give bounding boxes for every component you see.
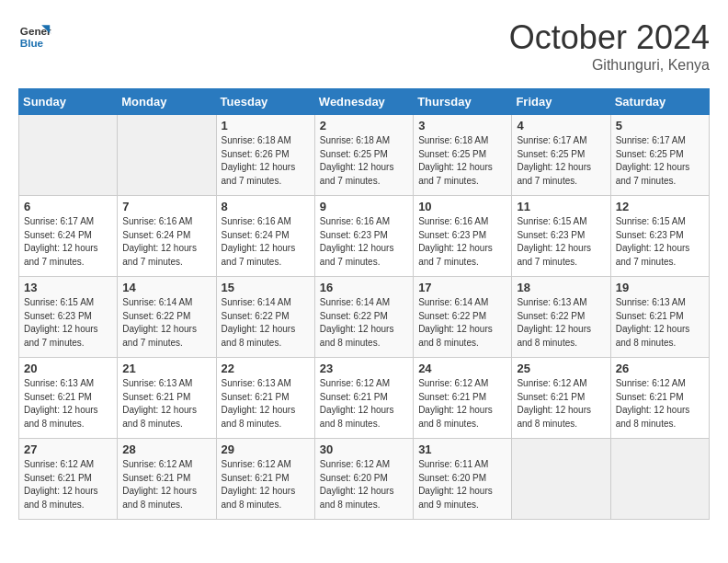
day-info: Sunrise: 6:12 AMSunset: 6:21 PMDaylight:… bbox=[320, 377, 408, 431]
day-number: 7 bbox=[122, 200, 210, 213]
day-number: 30 bbox=[320, 442, 408, 456]
day-number: 27 bbox=[24, 442, 112, 456]
day-info: Sunrise: 6:15 AMSunset: 6:23 PMDaylight:… bbox=[24, 296, 112, 350]
day-number: 31 bbox=[418, 442, 506, 456]
logo-icon: General Blue bbox=[18, 18, 51, 52]
day-info: Sunrise: 6:11 AMSunset: 6:20 PMDaylight:… bbox=[418, 458, 506, 511]
day-number: 19 bbox=[616, 281, 704, 294]
day-info: Sunrise: 6:16 AMSunset: 6:23 PMDaylight:… bbox=[320, 215, 408, 269]
calendar-header-row: SundayMondayTuesdayWednesdayThursdayFrid… bbox=[19, 89, 710, 115]
day-number: 24 bbox=[418, 362, 506, 375]
day-number: 8 bbox=[222, 200, 310, 213]
col-header-friday: Friday bbox=[512, 89, 610, 115]
location: Githunguri, Kenya bbox=[509, 57, 710, 74]
day-number: 15 bbox=[222, 281, 310, 294]
day-info: Sunrise: 6:17 AMSunset: 6:24 PMDaylight:… bbox=[24, 215, 112, 269]
day-info: Sunrise: 6:12 AMSunset: 6:21 PMDaylight:… bbox=[616, 377, 704, 431]
day-number: 17 bbox=[418, 281, 506, 294]
day-info: Sunrise: 6:16 AMSunset: 6:24 PMDaylight:… bbox=[122, 215, 210, 269]
day-number: 25 bbox=[517, 362, 605, 375]
day-info: Sunrise: 6:15 AMSunset: 6:23 PMDaylight:… bbox=[517, 215, 605, 269]
page-header: General Blue October 2024 Githunguri, Ke… bbox=[18, 18, 710, 74]
day-info: Sunrise: 6:16 AMSunset: 6:23 PMDaylight:… bbox=[418, 215, 506, 269]
calendar-cell: 31Sunrise: 6:11 AMSunset: 6:20 PMDayligh… bbox=[414, 439, 512, 520]
day-info: Sunrise: 6:17 AMSunset: 6:25 PMDaylight:… bbox=[616, 134, 704, 188]
title-block: October 2024 Githunguri, Kenya bbox=[509, 18, 710, 74]
day-info: Sunrise: 6:13 AMSunset: 6:22 PMDaylight:… bbox=[517, 296, 605, 350]
calendar-cell bbox=[610, 439, 709, 520]
calendar-cell: 9Sunrise: 6:16 AMSunset: 6:23 PMDaylight… bbox=[314, 196, 413, 277]
calendar-cell: 16Sunrise: 6:14 AMSunset: 6:22 PMDayligh… bbox=[314, 277, 413, 358]
col-header-saturday: Saturday bbox=[610, 89, 709, 115]
day-info: Sunrise: 6:13 AMSunset: 6:21 PMDaylight:… bbox=[616, 296, 704, 350]
day-number: 21 bbox=[122, 362, 210, 375]
calendar-cell: 23Sunrise: 6:12 AMSunset: 6:21 PMDayligh… bbox=[314, 358, 413, 439]
day-number: 14 bbox=[122, 281, 210, 294]
calendar-cell: 15Sunrise: 6:14 AMSunset: 6:22 PMDayligh… bbox=[216, 277, 314, 358]
calendar-cell bbox=[19, 115, 118, 196]
calendar-body: 1Sunrise: 6:18 AMSunset: 6:26 PMDaylight… bbox=[19, 115, 710, 520]
day-number: 26 bbox=[616, 362, 704, 375]
day-info: Sunrise: 6:18 AMSunset: 6:25 PMDaylight:… bbox=[418, 134, 506, 188]
day-info: Sunrise: 6:16 AMSunset: 6:24 PMDaylight:… bbox=[222, 215, 310, 269]
day-number: 13 bbox=[24, 281, 112, 294]
calendar-cell: 17Sunrise: 6:14 AMSunset: 6:22 PMDayligh… bbox=[414, 277, 512, 358]
day-number: 20 bbox=[24, 362, 112, 375]
calendar-cell: 18Sunrise: 6:13 AMSunset: 6:22 PMDayligh… bbox=[512, 277, 610, 358]
day-info: Sunrise: 6:12 AMSunset: 6:20 PMDaylight:… bbox=[320, 458, 408, 511]
calendar-cell: 14Sunrise: 6:14 AMSunset: 6:22 PMDayligh… bbox=[118, 277, 216, 358]
calendar-cell bbox=[512, 439, 610, 520]
calendar-cell bbox=[118, 115, 216, 196]
calendar-week-row: 20Sunrise: 6:13 AMSunset: 6:21 PMDayligh… bbox=[19, 358, 710, 439]
calendar-cell: 10Sunrise: 6:16 AMSunset: 6:23 PMDayligh… bbox=[414, 196, 512, 277]
day-info: Sunrise: 6:13 AMSunset: 6:21 PMDaylight:… bbox=[122, 377, 210, 431]
calendar-week-row: 27Sunrise: 6:12 AMSunset: 6:21 PMDayligh… bbox=[19, 439, 710, 520]
day-info: Sunrise: 6:14 AMSunset: 6:22 PMDaylight:… bbox=[418, 296, 506, 350]
day-info: Sunrise: 6:18 AMSunset: 6:25 PMDaylight:… bbox=[320, 134, 408, 188]
svg-text:Blue: Blue bbox=[20, 37, 44, 49]
day-info: Sunrise: 6:14 AMSunset: 6:22 PMDaylight:… bbox=[122, 296, 210, 350]
calendar-table: SundayMondayTuesdayWednesdayThursdayFrid… bbox=[18, 88, 710, 520]
day-number: 23 bbox=[320, 362, 408, 375]
calendar-cell: 27Sunrise: 6:12 AMSunset: 6:21 PMDayligh… bbox=[19, 439, 118, 520]
day-info: Sunrise: 6:17 AMSunset: 6:25 PMDaylight:… bbox=[517, 134, 605, 188]
col-header-tuesday: Tuesday bbox=[216, 89, 314, 115]
day-info: Sunrise: 6:12 AMSunset: 6:21 PMDaylight:… bbox=[517, 377, 605, 431]
col-header-monday: Monday bbox=[118, 89, 216, 115]
calendar-cell: 5Sunrise: 6:17 AMSunset: 6:25 PMDaylight… bbox=[610, 115, 709, 196]
calendar-cell: 8Sunrise: 6:16 AMSunset: 6:24 PMDaylight… bbox=[216, 196, 314, 277]
calendar-cell: 22Sunrise: 6:13 AMSunset: 6:21 PMDayligh… bbox=[216, 358, 314, 439]
calendar-cell: 19Sunrise: 6:13 AMSunset: 6:21 PMDayligh… bbox=[610, 277, 709, 358]
day-number: 9 bbox=[320, 200, 408, 213]
calendar-cell: 1Sunrise: 6:18 AMSunset: 6:26 PMDaylight… bbox=[216, 115, 314, 196]
calendar-cell: 2Sunrise: 6:18 AMSunset: 6:25 PMDaylight… bbox=[314, 115, 413, 196]
day-number: 28 bbox=[122, 442, 210, 456]
day-info: Sunrise: 6:12 AMSunset: 6:21 PMDaylight:… bbox=[418, 377, 506, 431]
day-number: 12 bbox=[616, 200, 704, 213]
day-number: 10 bbox=[418, 200, 506, 213]
calendar-cell: 21Sunrise: 6:13 AMSunset: 6:21 PMDayligh… bbox=[118, 358, 216, 439]
day-info: Sunrise: 6:13 AMSunset: 6:21 PMDaylight:… bbox=[24, 377, 112, 431]
calendar-cell: 6Sunrise: 6:17 AMSunset: 6:24 PMDaylight… bbox=[19, 196, 118, 277]
calendar-cell: 12Sunrise: 6:15 AMSunset: 6:23 PMDayligh… bbox=[610, 196, 709, 277]
day-number: 16 bbox=[320, 281, 408, 294]
calendar-cell: 30Sunrise: 6:12 AMSunset: 6:20 PMDayligh… bbox=[314, 439, 413, 520]
day-number: 5 bbox=[616, 119, 704, 132]
day-number: 3 bbox=[418, 119, 506, 132]
calendar-cell: 29Sunrise: 6:12 AMSunset: 6:21 PMDayligh… bbox=[216, 439, 314, 520]
calendar-cell: 13Sunrise: 6:15 AMSunset: 6:23 PMDayligh… bbox=[19, 277, 118, 358]
day-number: 22 bbox=[222, 362, 310, 375]
day-info: Sunrise: 6:12 AMSunset: 6:21 PMDaylight:… bbox=[122, 458, 210, 511]
day-info: Sunrise: 6:18 AMSunset: 6:26 PMDaylight:… bbox=[222, 134, 310, 188]
day-number: 6 bbox=[24, 200, 112, 213]
day-info: Sunrise: 6:12 AMSunset: 6:21 PMDaylight:… bbox=[24, 458, 112, 511]
day-number: 11 bbox=[517, 200, 605, 213]
day-number: 29 bbox=[222, 442, 310, 456]
calendar-cell: 24Sunrise: 6:12 AMSunset: 6:21 PMDayligh… bbox=[414, 358, 512, 439]
col-header-thursday: Thursday bbox=[414, 89, 512, 115]
day-info: Sunrise: 6:12 AMSunset: 6:21 PMDaylight:… bbox=[222, 458, 310, 511]
col-header-sunday: Sunday bbox=[19, 89, 118, 115]
calendar-week-row: 13Sunrise: 6:15 AMSunset: 6:23 PMDayligh… bbox=[19, 277, 710, 358]
calendar-week-row: 1Sunrise: 6:18 AMSunset: 6:26 PMDaylight… bbox=[19, 115, 710, 196]
calendar-cell: 7Sunrise: 6:16 AMSunset: 6:24 PMDaylight… bbox=[118, 196, 216, 277]
